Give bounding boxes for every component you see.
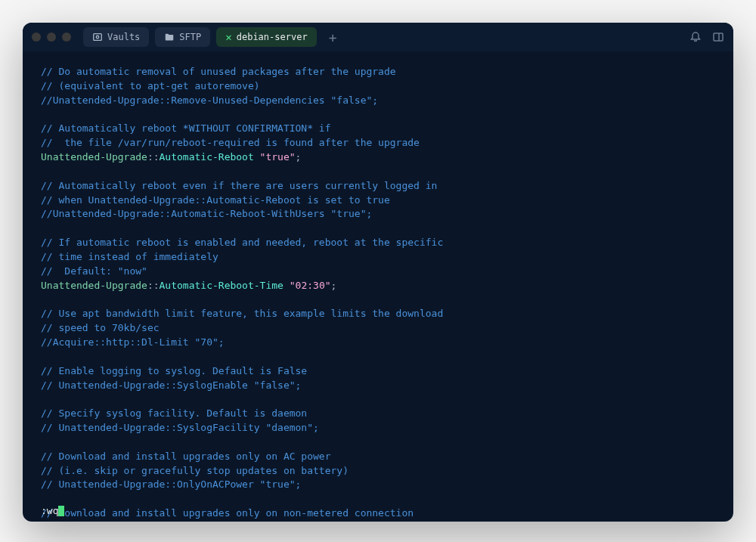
code-line: Unattended-Upgrade::Automatic-Reboot-Tim… <box>41 279 715 293</box>
code-line: //Unattended-Upgrade::Automatic-Reboot-W… <box>41 207 715 221</box>
cursor <box>58 506 64 516</box>
folder-icon <box>164 32 175 42</box>
code-line: //Unattended-Upgrade::Remove-Unused-Depe… <box>41 94 715 108</box>
svg-rect-2 <box>714 33 723 41</box>
traffic-lights <box>32 33 71 42</box>
code-line: // (equivalent to apt-get autoremove) <box>41 79 715 94</box>
code-line: //Acquire::http::Dl-Limit "70"; <box>41 336 715 350</box>
code-line: // Automatically reboot even if there ar… <box>41 179 715 194</box>
titlebar-right <box>689 31 724 43</box>
tab-debian-server[interactable]: ✕ debian-server <box>216 27 316 47</box>
code-line: // (i.e. skip or gracefully stop updates… <box>41 464 715 479</box>
code-line: // speed to 70kb/sec <box>41 321 715 336</box>
vim-command-line[interactable]: :wq <box>41 504 64 519</box>
add-tab-button[interactable]: + <box>323 29 343 45</box>
code-line: Unattended-Upgrade::Automatic-Reboot "tr… <box>41 150 715 165</box>
code-line: // Unattended-Upgrade::SyslogFacility "d… <box>41 421 715 435</box>
code-line: // Specify syslog facility. Default is d… <box>41 407 715 421</box>
minimize-window-button[interactable] <box>47 33 56 42</box>
code-line: // Unattended-Upgrade::SyslogEnable "fal… <box>41 379 715 393</box>
code-line: // Enable logging to syslog. Default is … <box>41 364 715 379</box>
tab-vaults-label: Vaults <box>107 32 140 42</box>
code-line <box>41 221 715 236</box>
code-line <box>41 165 715 179</box>
code-line: // time instead of immediately <box>41 250 715 265</box>
code-line: // Default: "now" <box>41 265 715 279</box>
terminal-window: Vaults SFTP ✕ debian-server + <box>23 23 733 522</box>
tab-vaults[interactable]: Vaults <box>83 27 149 47</box>
code-line: // Automatically reboot *WITHOUT CONFIRM… <box>41 122 715 136</box>
tab-sftp-label: SFTP <box>179 32 201 42</box>
panel-icon[interactable] <box>712 31 724 43</box>
titlebar: Vaults SFTP ✕ debian-server + <box>23 23 733 51</box>
code-line <box>41 350 715 364</box>
terminal-content[interactable]: // Do automatic removal of unused packag… <box>23 51 733 522</box>
tab-active-label: debian-server <box>237 32 308 42</box>
close-tab-icon[interactable]: ✕ <box>225 31 231 43</box>
code-line <box>41 108 715 122</box>
code-line: // Unattended-Upgrade::OnlyOnACPower "tr… <box>41 478 715 492</box>
vault-icon <box>92 32 103 42</box>
code-line <box>41 392 715 407</box>
bell-icon[interactable] <box>689 31 702 43</box>
code-line: // the file /var/run/reboot-required is … <box>41 136 715 150</box>
code-line <box>41 435 715 450</box>
code-line: // Download and install upgrades only on… <box>41 450 715 464</box>
svg-rect-0 <box>94 34 102 41</box>
close-window-button[interactable] <box>32 33 41 42</box>
tab-sftp[interactable]: SFTP <box>155 27 210 47</box>
svg-point-1 <box>96 36 99 39</box>
code-line: // If automatic reboot is enabled and ne… <box>41 236 715 250</box>
code-line: // Do automatic removal of unused packag… <box>41 65 715 79</box>
maximize-window-button[interactable] <box>62 33 71 42</box>
code-line <box>41 492 715 506</box>
code-line: // when Unattended-Upgrade::Automatic-Re… <box>41 194 715 208</box>
code-line: // Download and install upgrades only on… <box>41 506 715 521</box>
code-line: // Use apt bandwidth limit feature, this… <box>41 307 715 321</box>
code-line <box>41 293 715 308</box>
